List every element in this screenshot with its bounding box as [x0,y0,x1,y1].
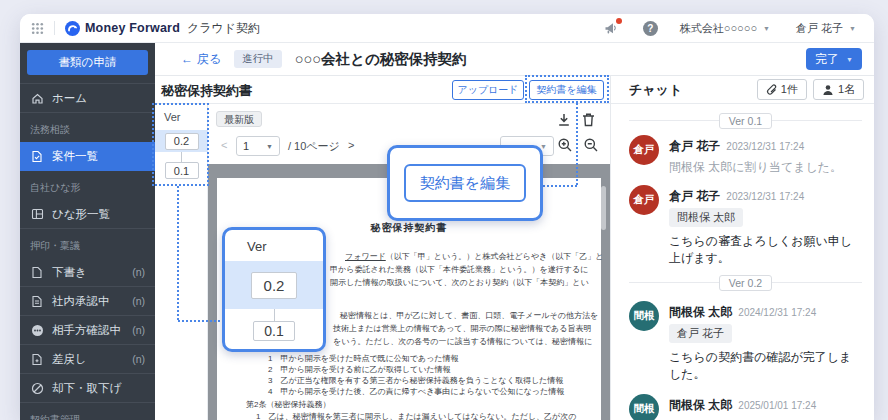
zoom-in-icon[interactable] [557,137,573,153]
message-name: 倉戸 花子 [669,139,720,153]
item-count: (n) [132,324,145,336]
contract-line: 1 乙は、秘密情報を第三者に開示し、または漏えいしてはならない。ただし、乙が次の [256,412,576,420]
chat-dots-icon [30,323,44,337]
sidebar: 書類の申請 ホーム 法務相談 案件一覧 自社ひな形 ひな形一覧 [20,43,155,420]
version-row-selected: 0.2 [155,130,208,152]
contract-line: 3 乙が正当な権限を有する第三者から秘密保持義務を負うことなく取得した情報 [268,376,563,386]
sidebar-item-rejected[interactable]: 却下・取下げ [20,374,155,403]
message-name: 間根保 太郎 [669,305,732,319]
sidebar-item-counterparty[interactable]: 相手方確認中 (n) [20,316,155,345]
page-next[interactable]: > [348,139,354,151]
item-count: (n) [132,266,145,278]
version-chip-02[interactable]: 0.2 [165,133,199,150]
avatar: 倉戸 [629,185,659,215]
version-chip-01[interactable]: 0.1 [165,162,199,179]
chevron-down-icon: ▼ [266,143,273,150]
edit-contract-button[interactable]: 契約書を編集 [529,80,604,100]
brand-name: Money Forward [85,21,180,35]
item-count: (n) [132,353,145,365]
sidebar-item-returned[interactable]: 差戻し (n) [20,345,155,374]
app-grid-icon[interactable] [31,22,44,35]
message-time: 2024/12/31 17:24 [738,307,816,318]
file-plus-icon [30,352,44,366]
avatar: 間根 [629,394,659,420]
item-count: (n) [132,295,145,307]
app-window: Money Forward クラウド契約 ? 株式会社○○○○○ ▼ 倉戸 花子 [20,14,874,420]
contract-line: 2 甲から開示を受ける前に乙が取得していた情報 [268,365,451,375]
version-rail: Ver 0.2 0.1 [155,104,208,420]
download-icon[interactable] [556,112,572,128]
contract-line: 4 甲から開示を受けた後、乙の責に帰すべき事由によらないで公知になった情報 [268,387,564,397]
sidebar-item-home[interactable]: ホーム [20,84,155,113]
back-link[interactable]: ←戻る [181,51,221,68]
sidebar-item-label: ホーム [52,91,87,106]
header-divider [54,21,55,35]
message-time: 2025/01/01 17:24 [738,400,816,411]
trash-icon[interactable] [581,112,597,128]
members-button[interactable]: 1名 [813,79,864,100]
home-icon [30,91,44,105]
mention-chip: 間根保 太郎 [669,208,743,227]
message-name: 倉戸 花子 [669,189,720,203]
edit-callout: 契約書を編集 [387,145,543,221]
upload-button[interactable]: アップロード [452,80,524,100]
sidebar-section-legal: 法務相談 [20,113,155,142]
main-area: ←戻る 進行中 ○○○会社との秘密保持契約 完了 ▼ 秘密保持契約書 アップロー… [155,43,874,420]
ban-icon [30,381,44,395]
template-icon [30,207,44,221]
sidebar-section-templates: 自社ひな形 [20,171,155,200]
sidebar-section-approval: 押印・稟議 [20,229,155,258]
message-name: 間根保 太郎 [669,398,732,412]
sidebar-item-label: 却下・取下げ [52,381,121,396]
contract-line: 秘密情報とは、甲が乙に対して、書面、口頭、電子メールその他方法を [340,311,598,321]
scrollbar[interactable] [601,186,606,230]
document-subheader: 秘密保持契約書 アップロード 契約書を編集 [155,76,610,104]
contract-line: 甲から委託された業務（以下「本件委託業務」という。）を遂行するに [330,265,588,275]
zoom-out-icon[interactable] [583,137,599,153]
mention-chip: 倉戸 花子 [669,324,732,343]
complete-button[interactable]: 完了 ▼ [806,48,862,70]
avatar: 倉戸 [629,135,659,165]
sidebar-item-draft[interactable]: 下書き (n) [20,258,155,287]
apply-document-button[interactable]: 書類の申請 [27,50,148,75]
desktop-background: Money Forward クラウド契約 ? 株式会社○○○○○ ▼ 倉戸 花子 [0,0,888,420]
sidebar-item-label: 社内承認中 [52,294,110,309]
user-name: 倉戸 花子 [796,21,843,36]
latest-version-badge: 最新版 [216,111,262,127]
message-body: 間根保 太郎に割り当てました。 [669,159,862,176]
notification-badge [616,18,622,24]
sidebar-section-contracts: 契約書管理 [20,403,155,420]
ver-callout-chip-02: 0.2 [251,272,297,299]
help-icon[interactable]: ? [643,21,658,36]
page-header: ←戻る 進行中 ○○○会社との秘密保持契約 完了 ▼ [155,43,874,76]
contract-line: をいう。ただし、次の各号の一に該当する情報については、秘密情報に [333,337,592,347]
notification-icon[interactable] [604,21,619,35]
brand-logo-icon [65,21,80,36]
page-select[interactable]: 1 ▼ [236,136,280,156]
ver-callout-chip-01: 0.1 [253,321,295,341]
version-connector [181,152,182,162]
sidebar-item-internal-approval[interactable]: 社内承認中 (n) [20,287,155,316]
product-name: クラウド契約 [187,20,260,37]
sidebar-item-label: 下書き [52,265,87,280]
sidebar-item-cases[interactable]: 案件一覧 [20,142,155,171]
chat-message: 間根 間根保 太郎2024/12/31 17:24 倉戸 花子 こちらの契約書の… [629,301,862,383]
chat-header: チャット 1件 1名 [611,76,874,104]
company-name: 株式会社○○○○○ [680,21,757,36]
page-prev[interactable]: < [221,139,227,151]
chat-body: Ver 0.1 倉戸 倉戸 花子2023/12/31 17:24 間根保 太郎に… [611,112,874,420]
company-selector[interactable]: 株式会社○○○○○ ▼ [680,21,770,36]
chat-title: チャット [629,81,682,99]
attachments-count: 1件 [781,82,798,97]
header-actions: ? 株式会社○○○○○ ▼ 倉戸 花子 ▼ [604,21,856,36]
contract-line: 開示した情報の取扱いについて、次のとおり契約（以下「本契約」とい [330,278,589,288]
arrow-left-icon: ← [181,52,193,66]
attachments-button[interactable]: 1件 [757,79,807,100]
ver-callout-connector [274,309,275,321]
person-icon [822,84,834,96]
message-body: こちらの契約書の確認が完了しました。 [669,349,862,383]
user-menu[interactable]: 倉戸 花子 ▼ [796,21,856,36]
sidebar-item-template-list[interactable]: ひな形一覧 [20,200,155,229]
contract-line: フォワード（以下「甲」という。）と株式会社どらやき（以下「乙」と [345,252,603,262]
members-count: 1名 [838,82,855,97]
